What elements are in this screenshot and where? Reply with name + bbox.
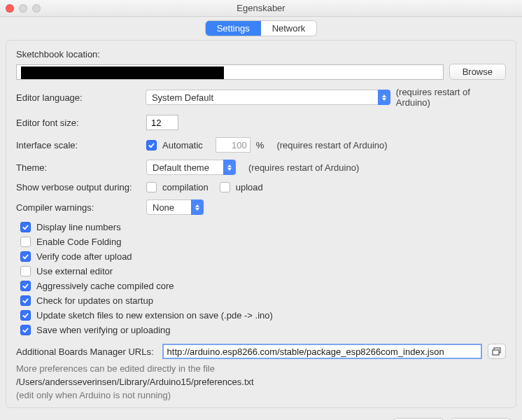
option-checkbox-6[interactable] [20, 310, 31, 321]
compiler-warnings-value: None [146, 200, 191, 215]
option-row: Verify code after upload [20, 251, 506, 262]
option-row: Save when verifying or uploading [20, 325, 506, 335]
tab-network[interactable]: Network [261, 21, 317, 36]
theme-value: Default theme [146, 160, 223, 175]
compilation-checkbox[interactable] [146, 182, 157, 192]
verbose-label: Show verbose output during: [16, 182, 141, 192]
chevron-updown-icon [223, 160, 236, 175]
settings-panel: Sketchbook location: Browse Editor langu… [6, 40, 516, 408]
option-label: Verify code after upload [36, 251, 132, 262]
option-label: Use external editor [36, 266, 113, 276]
compiler-warnings-select[interactable]: None [146, 200, 204, 215]
font-size-input[interactable] [146, 115, 178, 130]
sketchbook-location-input[interactable] [16, 64, 444, 80]
prefs-path[interactable]: /Users/andersseverinsen/Library/Arduino1… [16, 377, 506, 387]
svg-rect-1 [493, 350, 499, 355]
interface-scale-label: Interface scale: [16, 140, 141, 150]
option-row: Check for updates on startup [20, 295, 506, 306]
option-row: Enable Code Folding [20, 237, 506, 247]
theme-label: Theme: [16, 162, 141, 173]
option-checkbox-7[interactable] [20, 325, 31, 335]
upload-label: upload [236, 182, 263, 192]
option-label: Display line numbers [36, 222, 121, 232]
restart-hint-2: (requires restart of Arduino) [276, 140, 387, 150]
scale-spinner[interactable] [216, 137, 251, 153]
expand-urls-button[interactable] [488, 344, 506, 359]
option-label: Aggressively cache compiled core [36, 281, 174, 291]
option-label: Save when verifying or uploading [36, 325, 171, 335]
compilation-label: compilation [162, 182, 209, 192]
option-label: Enable Code Folding [36, 237, 121, 247]
upload-checkbox[interactable] [220, 182, 230, 192]
automatic-label: Automatic [162, 140, 203, 150]
more-prefs-note: More preferences can be edited directly … [16, 363, 506, 374]
compiler-warnings-label: Compiler warnings: [16, 202, 141, 213]
percent-label: % [256, 140, 264, 150]
chevron-updown-icon [378, 90, 390, 105]
tabs: Settings Network [0, 17, 522, 37]
redacted-path [21, 66, 224, 79]
option-row: Use external editor [20, 266, 506, 276]
edit-only-note: (edit only when Arduino is not running) [16, 390, 506, 400]
automatic-checkbox[interactable] [146, 140, 157, 150]
option-checkbox-4[interactable] [20, 281, 31, 291]
theme-select[interactable]: Default theme [146, 160, 236, 175]
option-label: Check for updates on startup [36, 295, 153, 306]
option-label: Update sketch files to new extension on … [36, 310, 273, 321]
restart-hint: (requires restart of Arduino) [396, 87, 506, 108]
option-checkbox-2[interactable] [20, 251, 31, 262]
editor-language-select[interactable]: System Default [146, 90, 390, 105]
option-row: Display line numbers [20, 222, 506, 232]
titlebar: Egenskaber [0, 0, 522, 17]
dialog-buttons: Ok Annuller [0, 414, 522, 420]
option-checkbox-0[interactable] [20, 222, 31, 232]
option-checkbox-5[interactable] [20, 295, 31, 306]
option-row: Aggressively cache compiled core [20, 281, 506, 291]
browse-button[interactable]: Browse [449, 64, 506, 80]
chevron-updown-icon [191, 200, 204, 215]
option-checkbox-3[interactable] [20, 266, 31, 276]
option-checkbox-1[interactable] [20, 237, 31, 247]
restart-hint-3: (requires restart of Arduino) [248, 162, 359, 173]
additional-urls-label: Additional Boards Manager URLs: [16, 346, 154, 357]
window-stack-icon [492, 347, 502, 356]
editor-language-value: System Default [146, 90, 378, 105]
tab-settings[interactable]: Settings [206, 21, 261, 36]
font-size-label: Editor font size: [16, 118, 141, 128]
editor-language-label: Editor language: [16, 92, 140, 103]
sketchbook-label: Sketchbook location: [16, 49, 506, 59]
additional-urls-input[interactable] [162, 344, 482, 359]
option-row: Update sketch files to new extension on … [20, 310, 506, 321]
window-title: Egenskaber [0, 3, 522, 13]
